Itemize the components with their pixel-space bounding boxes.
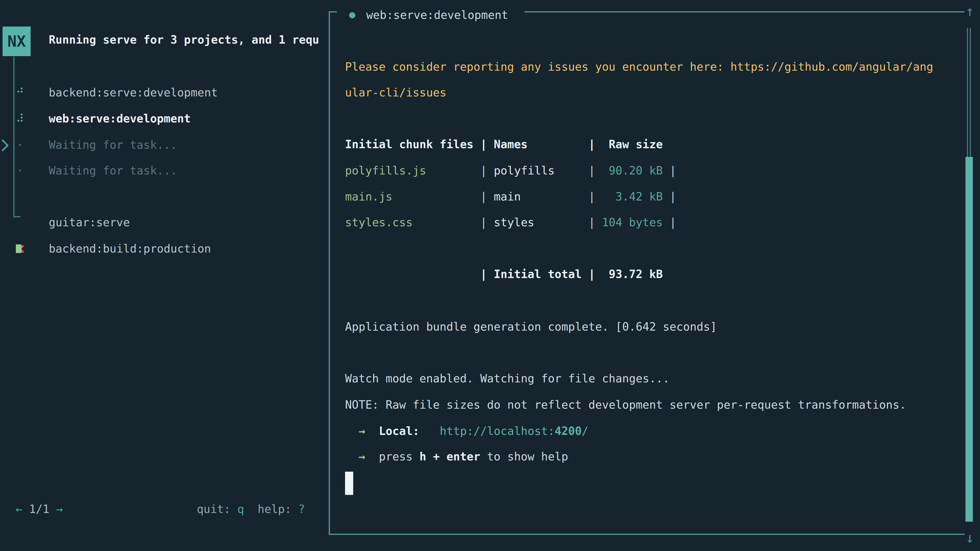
pending-dot-icon: · <box>15 138 25 151</box>
table-header-row: Initial chunk files | Names | Raw size <box>345 138 663 164</box>
pending-dot-icon: · <box>15 164 25 177</box>
quit-key: q <box>237 503 244 516</box>
task-status-bullet-icon: ● <box>349 8 355 21</box>
task-label: backend:serve:development <box>49 86 218 99</box>
keyboard-hints: quit: q help: ? <box>0 503 305 529</box>
panel-border-top-corner <box>329 11 337 13</box>
scrollbar-track[interactable] <box>967 28 968 157</box>
arrow-icon: → <box>359 424 366 437</box>
spinner-icon: ⠚ <box>15 86 25 99</box>
panel-border-left <box>329 11 330 535</box>
task-label: backend:build:production <box>49 242 211 256</box>
table-row: styles.css | styles | 104 bytes | <box>345 216 676 242</box>
spinner-icon: ⠼ <box>15 112 25 125</box>
help-hint-label: help: <box>244 503 298 516</box>
localhost-url[interactable]: http://localhost: <box>440 424 555 437</box>
scroll-down-icon[interactable]: ↓ <box>962 530 977 545</box>
local-url-line: → Local: http://localhost:4200/ <box>345 424 589 451</box>
nx-terminal-ui: NX Running serve for 3 projects, and 1 r… <box>0 0 980 551</box>
notice-line-2: ular-cli/issues <box>345 86 446 99</box>
arrow-icon: → <box>359 450 366 463</box>
note-line: NOTE: Raw file sizes do not reflect deve… <box>345 398 906 411</box>
bundle-complete-line: Application bundle generation complete. … <box>345 320 717 333</box>
nx-logo: NX <box>3 27 30 56</box>
scrollbar-track[interactable] <box>970 28 971 157</box>
watch-mode-line: Watch mode enabled. Watching for file ch… <box>345 372 670 385</box>
panel-border-top <box>525 11 964 13</box>
localhost-port[interactable]: 4200 <box>555 424 582 437</box>
task-label: guitar:serve <box>49 216 130 229</box>
notice-line-1: Please consider reporting any issues you… <box>345 60 933 73</box>
task-label: Waiting for task... <box>49 164 177 177</box>
local-label: Local <box>379 424 412 437</box>
panel-border-bottom <box>329 534 965 535</box>
help-hint-line: → press h + enter to show help <box>345 450 568 476</box>
task-label: web:serve:development <box>49 112 191 125</box>
help-key: ? <box>298 503 305 516</box>
terminal-cursor <box>345 472 353 495</box>
help-keys: h + enter <box>419 450 480 463</box>
sidebar-header: Running serve for 3 projects, and 1 requ <box>49 33 319 46</box>
table-row: main.js | main | 3.42 kB | <box>345 190 676 217</box>
panel-title: web:serve:development <box>366 8 508 22</box>
table-row: polyfills.js | polyfills | 90.20 kB | <box>345 164 676 191</box>
quit-hint-label: quit: <box>197 503 237 516</box>
task-label: Waiting for task... <box>49 138 177 151</box>
square-icon <box>16 245 21 253</box>
table-total-row: | Initial total | 93.72 kB <box>345 268 663 294</box>
scroll-up-icon[interactable]: ↑ <box>962 3 977 19</box>
scrollbar-thumb[interactable] <box>966 157 973 522</box>
